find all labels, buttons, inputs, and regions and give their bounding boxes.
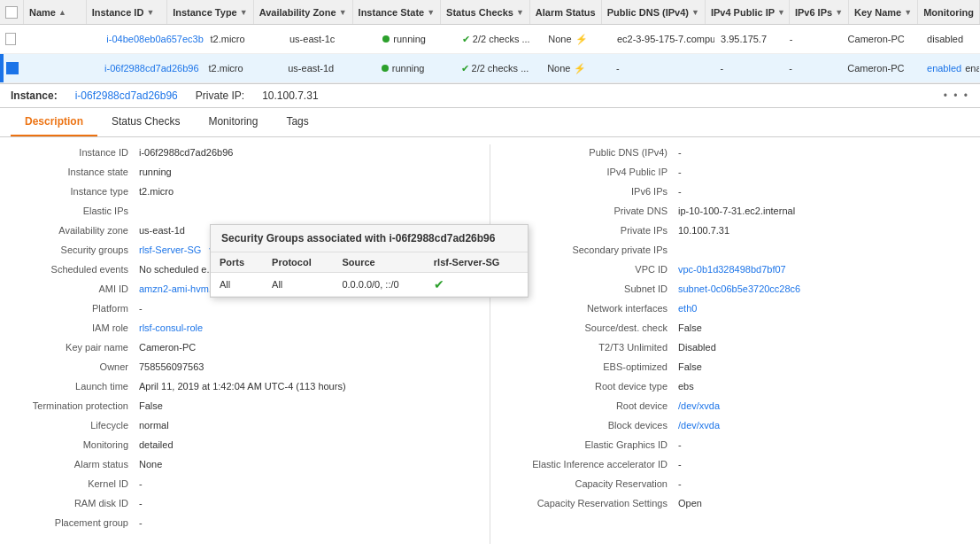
row1-az: us-east-1c bbox=[284, 25, 377, 53]
row2-name bbox=[19, 54, 99, 82]
detail-row: VPC IDvpc-0b1d328498bd7bf07 bbox=[501, 261, 969, 281]
detail-value: /dev/xvda bbox=[678, 420, 969, 431]
selected-instance-id: i-06f2988cd7ad26b96 bbox=[75, 89, 178, 102]
table-header: Name ▲ Instance ID ▼ Instance Type ▼ Ava… bbox=[0, 0, 980, 25]
detail-label: Private DNS bbox=[501, 206, 678, 216]
detail-label: Lifecycle bbox=[11, 420, 139, 431]
detail-row: Private DNSip-10-100-7-31.ec2.internal bbox=[501, 203, 969, 222]
detail-label: RAM disk ID bbox=[11, 498, 139, 508]
details-left-col: Instance IDi-06f2988cd7ad26b96Instance s… bbox=[0, 144, 490, 544]
detail-row: Capacity Reservation- bbox=[501, 476, 969, 495]
detail-row: Instance staterunning bbox=[11, 164, 479, 183]
row2-select[interactable] bbox=[0, 54, 19, 82]
col-header-ipv6[interactable]: IPv6 IPs ▼ bbox=[790, 0, 849, 24]
detail-value: None bbox=[139, 459, 479, 470]
detail-label: Security groups bbox=[11, 244, 139, 255]
detail-row: T2/T3 UnlimitedDisabled bbox=[501, 339, 969, 359]
col-header-ipv4[interactable]: IPv4 Public IP ▼ bbox=[706, 0, 790, 24]
detail-value: - bbox=[139, 303, 479, 314]
row2-instance-type: t2.micro bbox=[204, 54, 283, 82]
detail-label: EBS-optimized bbox=[501, 361, 678, 372]
row1-instance-type: t2.micro bbox=[204, 25, 284, 53]
sort-icon-status: ▼ bbox=[516, 8, 524, 17]
row1-select[interactable] bbox=[0, 25, 22, 53]
col-header-instance-id[interactable]: Instance ID ▼ bbox=[87, 0, 168, 24]
row1-instance-id: i-04be08eb0a657ec3b bbox=[101, 25, 204, 53]
table-row[interactable]: i-04be08eb0a657ec3b t2.micro us-east-1c … bbox=[0, 25, 980, 54]
detail-label: Capacity Reservation bbox=[501, 478, 678, 489]
row2-monitoring: enabled enabled bbox=[922, 54, 980, 82]
detail-value: False bbox=[678, 361, 969, 372]
row1-checkbox[interactable] bbox=[5, 33, 16, 45]
detail-label: Alarm status bbox=[11, 459, 139, 470]
row2-instance-id: i-06f2988cd7ad26b96 bbox=[99, 54, 203, 82]
detail-row: Root device typeebs bbox=[501, 378, 969, 398]
detail-label: AMI ID bbox=[11, 283, 139, 294]
select-all-checkbox[interactable] bbox=[5, 6, 18, 19]
detail-row: Kernel ID- bbox=[11, 476, 479, 495]
detail-value: ip-10-100-7-31.ec2.internal bbox=[678, 206, 969, 216]
detail-label: Network interfaces bbox=[501, 303, 678, 314]
select-all-header[interactable] bbox=[0, 0, 24, 24]
col-header-dns[interactable]: Public DNS (IPv4) ▼ bbox=[602, 0, 706, 24]
col-header-alarm[interactable]: Alarm Status bbox=[530, 0, 602, 24]
row2-checkbox[interactable] bbox=[6, 62, 19, 74]
detail-value: i-06f2988cd7ad26b96 bbox=[139, 147, 479, 158]
tab-tags[interactable]: Tags bbox=[272, 108, 322, 136]
instances-table: Name ▲ Instance ID ▼ Instance Type ▼ Ava… bbox=[0, 0, 980, 84]
tab-monitoring[interactable]: Monitoring bbox=[194, 108, 272, 136]
detail-label: Capacity Reservation Settings bbox=[501, 498, 678, 508]
detail-row: Private IPs10.100.7.31 bbox=[501, 222, 969, 242]
check-icon: ✔ bbox=[462, 34, 470, 45]
detail-value: - bbox=[678, 478, 969, 489]
col-header-monitoring[interactable]: Monitoring bbox=[918, 0, 980, 24]
instance-label: Instance: bbox=[11, 89, 58, 102]
detail-row: Owner758556097563 bbox=[11, 359, 479, 378]
detail-label: Availability zone bbox=[11, 225, 139, 236]
detail-value: subnet-0c06b5e3720cc28c6 bbox=[678, 283, 969, 294]
dots-menu[interactable]: • • • bbox=[944, 89, 969, 102]
details-area: Instance IDi-06f2988cd7ad26b96Instance s… bbox=[0, 137, 980, 551]
detail-value: - bbox=[678, 147, 969, 158]
state-dot bbox=[382, 35, 390, 43]
sort-icon-name: ▲ bbox=[58, 8, 66, 17]
row1-alarm: None ⚡ bbox=[543, 25, 612, 53]
detail-value: False bbox=[139, 400, 479, 411]
private-ip-label: Private IP: bbox=[196, 89, 244, 102]
col-header-az[interactable]: Availability Zone ▼ bbox=[254, 0, 353, 24]
row1-ipv6: - bbox=[784, 25, 843, 53]
col-header-status[interactable]: Status Checks ▼ bbox=[441, 0, 530, 24]
detail-label: Elastic Inference accelerator ID bbox=[501, 459, 678, 470]
monitoring-label: enabled bbox=[965, 63, 980, 74]
sg-col-ports: Ports bbox=[211, 252, 263, 273]
detail-value: False bbox=[678, 322, 969, 333]
tabs-bar: Description Status Checks Monitoring Tag… bbox=[0, 108, 980, 137]
row1-status: ✔ 2/2 checks ... bbox=[457, 25, 543, 53]
tab-description[interactable]: Description bbox=[11, 108, 97, 136]
col-header-key[interactable]: Key Name ▼ bbox=[849, 0, 918, 24]
tab-status-checks[interactable]: Status Checks bbox=[97, 108, 194, 136]
private-ip-value: 10.100.7.31 bbox=[262, 89, 318, 102]
detail-value: - bbox=[678, 439, 969, 450]
table-row[interactable]: i-06f2988cd7ad26b96 t2.micro us-east-1d … bbox=[0, 54, 980, 83]
detail-row: Lifecyclenormal bbox=[11, 417, 479, 437]
sort-icon-state: ▼ bbox=[427, 8, 435, 17]
detail-row: Block devices/dev/xvda bbox=[501, 417, 969, 437]
row2-key: Cameron-PC bbox=[842, 54, 922, 82]
detail-row: Alarm statusNone bbox=[11, 456, 479, 476]
detail-label: Termination protection bbox=[11, 400, 139, 411]
details-right-col: Public DNS (IPv4)-IPv4 Public IP-IPv6 IP… bbox=[490, 144, 980, 544]
sort-icon-az: ▼ bbox=[339, 8, 347, 17]
detail-label: Owner bbox=[11, 361, 139, 372]
detail-label: Root device bbox=[501, 400, 678, 411]
row2-ipv4: - bbox=[714, 54, 783, 82]
detail-row: IAM rolerlsf-consul-role bbox=[11, 320, 479, 339]
col-header-name[interactable]: Name ▲ bbox=[24, 0, 87, 24]
sort-icon-dns: ▼ bbox=[691, 8, 699, 17]
row1-ipv4: 3.95.175.7 bbox=[715, 25, 784, 53]
col-header-instance-type[interactable]: Instance Type ▼ bbox=[167, 0, 253, 24]
detail-row: EBS-optimizedFalse bbox=[501, 359, 969, 378]
col-header-state[interactable]: Instance State ▼ bbox=[353, 0, 442, 24]
detail-value: /dev/xvda bbox=[678, 400, 969, 411]
detail-label: IPv4 Public IP bbox=[501, 167, 678, 177]
